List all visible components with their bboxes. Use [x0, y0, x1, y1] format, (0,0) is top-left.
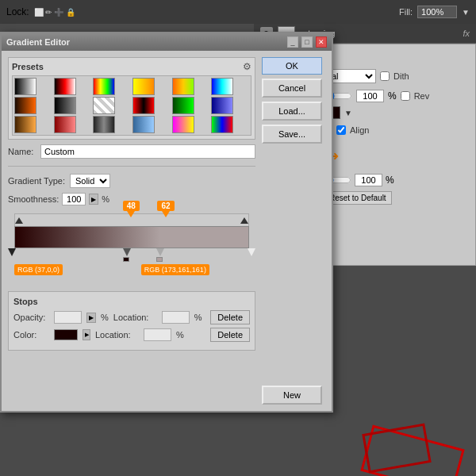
- left-opacity-stop[interactable]: [15, 217, 23, 224]
- preset-swatch-8[interactable]: [54, 97, 76, 114]
- marker-62-label: 62: [157, 201, 174, 211]
- color-stop-62[interactable]: [156, 248, 164, 262]
- opacity-stop-label: Opacity:: [13, 313, 49, 322]
- fill-label: Fill:: [399, 7, 413, 17]
- preset-swatch-12[interactable]: [211, 97, 233, 114]
- align-label: Align: [350, 125, 369, 135]
- top-bar: Lock: ⬜ ✏ ➕ 🔒 Fill: ▼: [0, 0, 476, 24]
- color-stops-row-inputs: Color: ▶ Location: % Delete: [13, 328, 250, 342]
- gradient-type-row: Gradient Type: Solid: [8, 174, 255, 188]
- cancel-button[interactable]: Cancel: [262, 79, 322, 98]
- presets-section: Presets ⚙: [8, 57, 255, 140]
- lock-label: Lock:: [6, 6, 29, 17]
- name-row: Name:: [8, 144, 255, 159]
- preset-swatch-9[interactable]: [93, 97, 115, 114]
- rev-label: Rev: [414, 91, 430, 101]
- right-color-stop[interactable]: [248, 248, 255, 256]
- gradient-editor-dialog: Gradient Editor _ □ ✕ Presets ⚙: [0, 32, 333, 413]
- opacity-stops-row: Opacity: ▶ % Location: % Delete: [13, 310, 250, 324]
- fx-label: fx: [463, 29, 470, 38]
- preset-swatch-6[interactable]: [211, 78, 233, 95]
- color-stop-label: Color:: [13, 330, 49, 340]
- button-spacer: [262, 148, 325, 382]
- preset-swatch-11[interactable]: [172, 97, 194, 114]
- left-color-stop[interactable]: [8, 248, 16, 256]
- divider-1: [8, 166, 255, 167]
- marker-48-arrow: [127, 211, 135, 217]
- dialog-minimize-button[interactable]: _: [287, 36, 298, 48]
- preset-swatch-15[interactable]: [93, 116, 115, 133]
- load-button[interactable]: Load...: [262, 102, 322, 121]
- dialog-left-panel: Presets ⚙: [8, 57, 255, 405]
- dialog-body: Presets ⚙: [2, 51, 332, 411]
- presets-grid: [12, 75, 251, 136]
- right-opacity-stop[interactable]: [240, 217, 248, 224]
- opacity-stop-input[interactable]: [54, 311, 82, 324]
- opacity-stop-percent: %: [101, 313, 109, 322]
- preset-swatch-1[interactable]: [14, 78, 36, 95]
- rgb-label-left: RGB (37,0,0): [14, 264, 63, 275]
- color-stop-arrow-button[interactable]: ▶: [83, 329, 90, 340]
- preset-swatch-2[interactable]: [54, 78, 76, 95]
- gradient-type-select[interactable]: Solid: [70, 174, 110, 188]
- name-label: Name:: [8, 147, 36, 156]
- marker-48-label: 48: [123, 201, 140, 211]
- marker-62-arrow: [162, 211, 170, 217]
- stops-title: Stops: [13, 297, 250, 306]
- dialog-restore-button[interactable]: □: [301, 36, 313, 48]
- lock-icons: ⬜ ✏ ➕ 🔒: [34, 8, 75, 17]
- opacity-delete-button[interactable]: Delete: [210, 310, 250, 324]
- dialog-title-text: Gradient Editor: [6, 37, 284, 47]
- ok-button[interactable]: OK: [262, 57, 322, 75]
- marker-62-container: 62: [157, 201, 174, 217]
- presets-gear-button[interactable]: ⚙: [243, 61, 251, 72]
- new-button[interactable]: New: [262, 386, 322, 405]
- rgb-labels-area: RGB (37,0,0) RGB (173,161,161): [14, 264, 249, 283]
- opacity-stop-arrow[interactable]: ▶: [86, 313, 96, 323]
- smoothness-percent: %: [102, 194, 109, 204]
- preset-swatch-10[interactable]: [132, 97, 155, 114]
- stops-section: Stops Opacity: ▶ % Location: % Delete Co…: [8, 291, 255, 351]
- dith-checkbox[interactable]: [380, 71, 390, 81]
- color-delete-button[interactable]: Delete: [210, 328, 250, 342]
- preset-swatch-18[interactable]: [211, 116, 233, 133]
- align-checkbox[interactable]: [336, 125, 346, 135]
- smoothness-input[interactable]: [62, 193, 86, 205]
- presets-header: Presets ⚙: [12, 61, 251, 72]
- save-button[interactable]: Save...: [262, 125, 322, 144]
- preset-swatch-7[interactable]: [14, 97, 36, 114]
- rev-checkbox[interactable]: [401, 91, 410, 101]
- color-stops-row: [14, 248, 249, 264]
- reset-default-button[interactable]: Reset to Default: [324, 191, 392, 205]
- preset-swatch-14[interactable]: [54, 116, 76, 133]
- red-decoration: [254, 413, 476, 476]
- smoothness-label: Smoothness:: [8, 194, 59, 204]
- opacity-input[interactable]: [356, 90, 384, 102]
- rgb-label-right: RGB (173,161,161): [141, 264, 209, 275]
- opacity-location-input[interactable]: [162, 311, 190, 324]
- scale-input[interactable]: [355, 174, 382, 186]
- gradient-bar-area: 48 62: [8, 213, 255, 283]
- color-loc-percent: %: [176, 330, 184, 340]
- preset-swatch-4[interactable]: [132, 78, 155, 95]
- dialog-close-button[interactable]: ✕: [316, 36, 327, 48]
- preset-swatch-5[interactable]: [172, 78, 194, 95]
- gradient-bar[interactable]: [14, 226, 249, 248]
- color-location-input[interactable]: [144, 328, 171, 341]
- name-input[interactable]: [40, 144, 255, 159]
- preset-swatch-16[interactable]: [132, 116, 155, 133]
- preset-swatch-17[interactable]: [172, 116, 194, 133]
- preset-swatch-3[interactable]: [93, 78, 115, 95]
- color-stop-swatch[interactable]: [54, 329, 78, 340]
- dialog-title-bar: Gradient Editor _ □ ✕: [2, 33, 332, 51]
- opacity-percent: %: [388, 90, 397, 102]
- marker-48-container: 48: [123, 201, 140, 217]
- dith-label: Dith: [393, 71, 409, 81]
- fill-arrow[interactable]: ▼: [462, 8, 470, 17]
- color-stop-48[interactable]: [123, 248, 131, 262]
- gradient-type-label: Gradient Type:: [8, 176, 65, 186]
- smoothness-arrow-button[interactable]: ▶: [89, 194, 98, 205]
- fill-input[interactable]: [417, 6, 457, 18]
- color-dropdown[interactable]: ▼: [344, 109, 352, 117]
- preset-swatch-13[interactable]: [14, 116, 36, 133]
